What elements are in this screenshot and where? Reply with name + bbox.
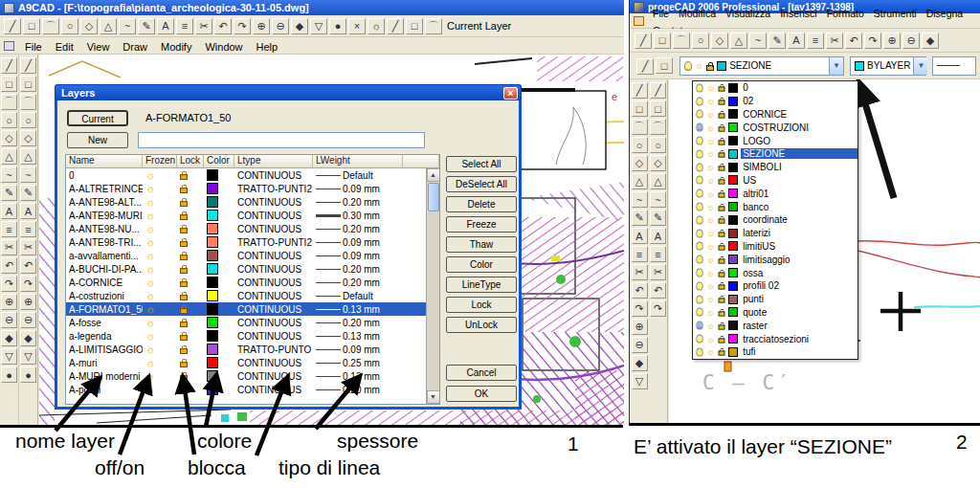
column-header-frozen[interactable]: Frozen xyxy=(143,155,177,168)
lock-cell[interactable] xyxy=(177,304,204,314)
bulb-icon[interactable] xyxy=(696,269,702,277)
lock-cell[interactable] xyxy=(177,344,204,354)
freeze-icon[interactable]: ☼ xyxy=(706,83,715,92)
freeze-button[interactable]: Freeze xyxy=(446,216,517,233)
color-swatch[interactable] xyxy=(728,122,738,132)
lock-icon[interactable] xyxy=(706,65,714,71)
lock-cell[interactable] xyxy=(177,184,204,193)
bulb-icon[interactable] xyxy=(696,163,702,171)
layer-row[interactable]: A-ANTE98-ALT...☼CONTINUOUS0.20 mm xyxy=(66,195,426,209)
color-cell[interactable] xyxy=(204,277,234,288)
child-window-icon[interactable] xyxy=(4,41,14,51)
layer-option[interactable]: ☼laterizi xyxy=(693,227,858,240)
text-style-icon[interactable]: ╱ xyxy=(387,18,404,34)
layer-option[interactable]: ☼SEZIONE xyxy=(693,147,858,161)
delete-button[interactable]: Delete xyxy=(446,196,517,212)
save-icon[interactable]: ⌒ xyxy=(42,18,59,34)
cut-icon[interactable]: △ xyxy=(730,33,747,49)
lock-cell[interactable] xyxy=(177,170,204,180)
color-cell[interactable] xyxy=(204,169,234,181)
erase-icon[interactable]: ~ xyxy=(20,166,36,183)
line-icon[interactable]: ╱ xyxy=(1,57,17,74)
layer-row[interactable]: A-FORMATO1_50☀☼CONTINUOUS0.13 mm xyxy=(66,302,426,316)
layer-option[interactable]: ☼0 xyxy=(693,81,858,95)
spline-icon[interactable]: ≡ xyxy=(1,221,17,237)
document-icon[interactable] xyxy=(634,16,644,26)
bulb-icon[interactable] xyxy=(696,123,702,132)
freeze-icon[interactable]: ☼ xyxy=(706,255,715,264)
layer-row[interactable]: a-avvallamenti...☼CONTINUOUS0.09 mm xyxy=(66,249,426,262)
color-cell[interactable] xyxy=(204,317,234,328)
frozen-cell[interactable]: ☼ xyxy=(143,211,177,220)
join-icon[interactable]: ▽ xyxy=(20,348,36,365)
layer-option[interactable]: ☼02 xyxy=(693,95,858,108)
color-cell[interactable] xyxy=(204,196,234,208)
zoom-window-icon[interactable]: ↷ xyxy=(234,18,251,34)
color-swatch[interactable] xyxy=(728,163,738,172)
wipeout-icon[interactable]: ● xyxy=(1,366,17,383)
freeze-icon[interactable]: ☼ xyxy=(706,335,715,344)
select-all-button[interactable]: Select All xyxy=(446,156,517,172)
layer-option[interactable]: ☼US xyxy=(693,174,858,188)
zoom-realtime-icon[interactable]: ⊖ xyxy=(272,18,289,34)
zoom-in-icon[interactable]: ⊕ xyxy=(883,33,901,49)
bulb-icon[interactable] xyxy=(696,176,702,185)
pen-icon[interactable]: A xyxy=(788,33,805,49)
color-swatch[interactable] xyxy=(728,109,738,119)
frozen-cell[interactable]: ☼ xyxy=(143,170,177,180)
bulb-icon[interactable] xyxy=(696,137,702,145)
point-icon[interactable]: ~ xyxy=(1,166,17,183)
layer-row[interactable]: A-pozzi☼CONTINUOUS0.20 mm xyxy=(66,383,426,396)
color-cell[interactable] xyxy=(204,344,234,355)
frozen-cell[interactable]: ☼ xyxy=(143,184,177,193)
trim-icon[interactable]: ✎ xyxy=(20,185,36,201)
chevron-down-icon[interactable]: ▼ xyxy=(913,57,927,75)
frozen-cell[interactable]: ☼ xyxy=(143,291,177,300)
bulb-icon[interactable] xyxy=(696,347,702,356)
freeze-icon[interactable]: ☼ xyxy=(706,295,715,303)
cancel-button[interactable]: Cancel xyxy=(446,365,517,381)
freeze-icon[interactable]: ☼ xyxy=(706,347,715,356)
color-swatch[interactable] xyxy=(728,295,738,304)
print-icon[interactable]: ○ xyxy=(61,18,78,34)
frozen-cell[interactable]: ☼ xyxy=(143,224,177,233)
freeze-icon[interactable]: ☼ xyxy=(706,137,715,145)
menu-visualizza[interactable]: Visualizza xyxy=(721,7,775,20)
menu-modifica[interactable]: Modifica xyxy=(674,7,721,20)
lock-cell[interactable] xyxy=(177,385,204,394)
freeze-icon[interactable]: ☼ xyxy=(706,322,715,330)
layer-row[interactable]: A-ANTE98-TRI...☼TRATTO-PUNTI20.09 mm xyxy=(66,235,426,249)
region-icon[interactable]: ▽ xyxy=(1,348,17,365)
lock-cell[interactable] xyxy=(177,318,204,327)
zoom-dynamic-icon[interactable]: ⊕ xyxy=(253,18,270,34)
print-preview-icon[interactable]: ◇ xyxy=(80,18,98,34)
layer-row[interactable]: a-legenda☼CONTINUOUS0.13 mm xyxy=(66,329,426,343)
layer-option[interactable]: ☼tufi xyxy=(693,345,858,359)
color-cell[interactable] xyxy=(204,183,234,194)
column-header-name[interactable]: Name xyxy=(66,155,143,168)
bulb-icon[interactable] xyxy=(696,295,702,303)
match-properties-icon[interactable]: ↶ xyxy=(845,33,862,49)
layer-combo[interactable]: ☼ SEZIONE ▼ xyxy=(679,56,844,76)
dimension-icon[interactable]: ✂ xyxy=(1,239,17,255)
freeze-icon[interactable]: ☼ xyxy=(695,61,703,70)
layer-list-icon[interactable]: ⌒ xyxy=(425,18,442,34)
menu-edit[interactable]: Edit xyxy=(49,39,80,55)
freeze-icon[interactable]: ☼ xyxy=(706,149,715,158)
stretch-icon[interactable]: ↷ xyxy=(20,276,36,292)
color-swatch[interactable] xyxy=(728,202,738,211)
freeze-icon[interactable]: ☼ xyxy=(706,110,715,119)
lock-cell[interactable] xyxy=(177,277,204,287)
new-button[interactable]: New xyxy=(67,132,128,148)
frozen-cell[interactable]: ☼ xyxy=(143,251,177,260)
pen-icon[interactable]: △ xyxy=(100,18,117,34)
layer-option[interactable]: ☼profili 02 xyxy=(693,279,858,293)
color-combo[interactable]: BYLAYER ▼ xyxy=(850,56,926,76)
layer-option[interactable]: ☼LOGO xyxy=(693,134,858,147)
layer-option[interactable]: ☼altri01 xyxy=(693,187,858,200)
menu-file[interactable]: File xyxy=(18,39,49,55)
color-cell[interactable] xyxy=(204,357,234,368)
color-swatch[interactable] xyxy=(728,241,738,251)
menu-draw[interactable]: Draw xyxy=(116,39,154,55)
color-cell[interactable] xyxy=(204,330,234,342)
